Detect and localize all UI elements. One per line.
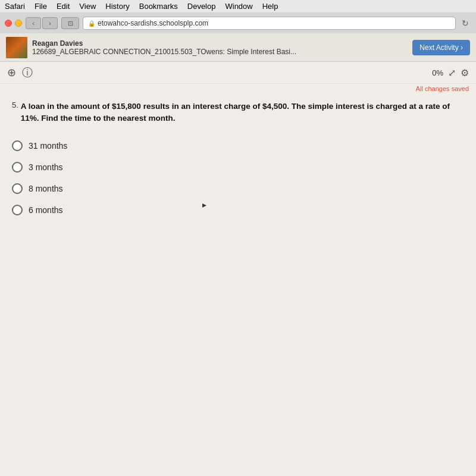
toolbar-right: 0% ⤢ ⚙: [432, 67, 469, 79]
close-button[interactable]: [5, 20, 12, 27]
minimize-button[interactable]: [15, 20, 22, 27]
info-icon[interactable]: ⓘ: [22, 65, 33, 80]
menu-edit[interactable]: Edit: [57, 2, 70, 11]
menu-window[interactable]: Window: [225, 2, 252, 11]
user-name: Reagan Davies: [32, 39, 296, 48]
course-title: 126689_ALGEBRAIC CONNECTION_210015.503_T…: [32, 48, 296, 56]
changes-saved: All changes saved: [0, 84, 476, 93]
content-toolbar: ⊕ ⓘ 0% ⤢ ⚙: [0, 62, 476, 84]
radio-a[interactable]: [12, 140, 23, 151]
print-icon[interactable]: ⊕: [7, 66, 16, 79]
screen-background: Safari File Edit View History Bookmarks …: [0, 0, 476, 476]
nav-buttons: ‹ ›: [26, 17, 58, 29]
menu-file[interactable]: File: [35, 2, 47, 11]
question-text: A loan in the amount of $15,800 results …: [21, 101, 464, 125]
browser-toolbar: ‹ › ⊡ 🔒 etowahco-sardishs.schoolsplp.com…: [0, 13, 476, 33]
settings-button[interactable]: ⚙: [461, 67, 469, 79]
answer-options: 31 months 3 months 8 months 6 months: [12, 140, 464, 215]
option-d[interactable]: 6 months: [12, 205, 464, 215]
page-content: Reagan Davies 126689_ALGEBRAIC CONNECTIO…: [0, 33, 476, 476]
radio-c[interactable]: [12, 183, 23, 194]
menu-help[interactable]: Help: [262, 2, 278, 11]
address-text: etowahco-sardishs.schoolsplp.com: [98, 19, 208, 27]
user-text: Reagan Davies 126689_ALGEBRAIC CONNECTIO…: [32, 39, 296, 56]
radio-d[interactable]: [12, 205, 23, 215]
browser-chrome: ‹ › ⊡ 🔒 etowahco-sardishs.schoolsplp.com…: [0, 13, 476, 33]
user-info: Reagan Davies 126689_ALGEBRAIC CONNECTIO…: [6, 37, 296, 58]
menu-bar: Safari File Edit View History Bookmarks …: [0, 0, 476, 13]
radio-b[interactable]: [12, 162, 23, 173]
question-area: 5. A loan in the amount of $15,800 resul…: [0, 93, 476, 223]
avatar: [6, 37, 27, 58]
forward-button[interactable]: ›: [42, 17, 58, 29]
lock-icon: 🔒: [88, 20, 95, 27]
menu-history[interactable]: History: [105, 2, 129, 11]
refresh-button[interactable]: ↻: [459, 17, 471, 29]
user-header: Reagan Davies 126689_ALGEBRAIC CONNECTIO…: [0, 33, 476, 62]
option-c[interactable]: 8 months: [12, 183, 464, 194]
traffic-lights: [5, 20, 22, 27]
option-b[interactable]: 3 months: [12, 162, 464, 173]
toolbar-left: ⊕ ⓘ: [7, 65, 33, 80]
question-number: 5.: [12, 101, 18, 133]
option-b-label: 3 months: [29, 162, 63, 172]
option-a-label: 31 months: [29, 141, 67, 151]
fullscreen-button[interactable]: ⤢: [448, 67, 456, 79]
menu-bookmarks[interactable]: Bookmarks: [139, 2, 178, 11]
next-activity-button[interactable]: Next Activity ›: [412, 40, 470, 55]
progress-text: 0%: [432, 68, 443, 77]
option-c-label: 8 months: [29, 184, 63, 193]
menu-safari[interactable]: Safari: [5, 2, 25, 11]
avatar-image: [6, 37, 27, 58]
address-bar[interactable]: 🔒 etowahco-sardishs.schoolsplp.com: [83, 17, 456, 30]
menu-view[interactable]: View: [79, 2, 96, 11]
back-button[interactable]: ‹: [26, 17, 41, 29]
tab-button[interactable]: ⊡: [61, 17, 79, 29]
option-d-label: 6 months: [29, 205, 63, 215]
option-a[interactable]: 31 months: [12, 140, 464, 151]
menu-develop[interactable]: Develop: [187, 2, 216, 11]
